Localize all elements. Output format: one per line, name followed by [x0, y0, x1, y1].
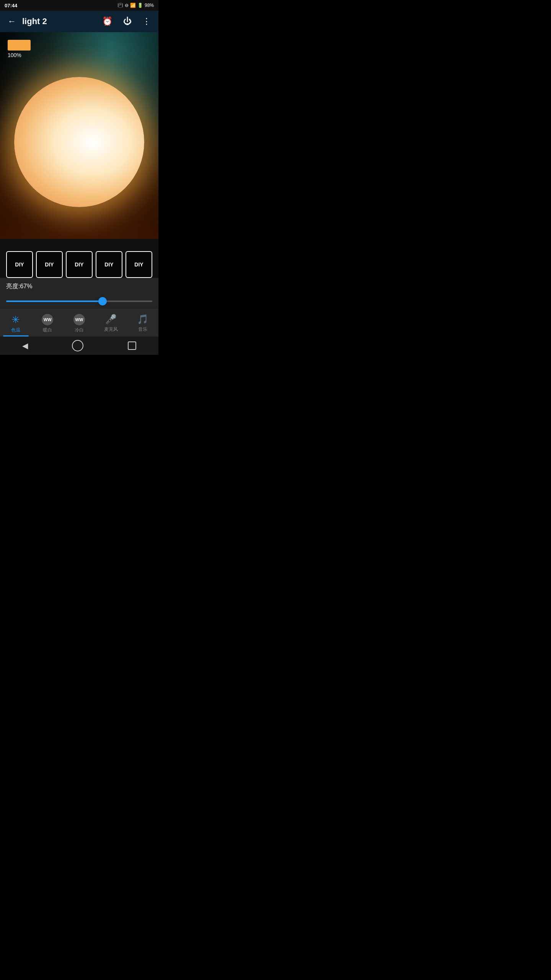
light-circle[interactable] — [14, 77, 144, 207]
tab-microphone-label: 麦克风 — [104, 326, 118, 333]
status-bar: 07:44 📳 ⊖ 📶 🔋 98% — [0, 0, 158, 11]
status-icons: 📳 ⊖ 📶 🔋 98% — [117, 3, 154, 8]
tab-music[interactable]: 🎵 音乐 — [127, 312, 158, 335]
tab-music-label: 音乐 — [138, 326, 147, 333]
brightness-section: 亮度:67% — [0, 278, 158, 309]
status-time: 07:44 — [5, 3, 17, 8]
diy-button-1[interactable]: DIY — [6, 251, 33, 278]
tab-color-temp-label: 色温 — [11, 327, 20, 333]
color-swatch-container: 100% — [8, 40, 31, 58]
app-bar-right: ⏰ ⏻ ⋮ — [101, 15, 152, 28]
tab-warm-white-label: 暖白 — [43, 327, 52, 333]
sun-icon: ✳ — [10, 314, 21, 325]
music-icon: 🎵 — [137, 314, 148, 325]
schedule-button[interactable]: ⏰ — [101, 15, 114, 28]
tab-warm-white[interactable]: WW 暖白 — [32, 312, 64, 335]
diy-button-5[interactable]: DIY — [126, 251, 152, 278]
tab-color-temp[interactable]: ✳ 色温 — [0, 312, 32, 335]
ww-icon-coolwhite: WW — [73, 314, 85, 325]
tab-microphone[interactable]: 🎤 麦克风 — [95, 312, 127, 335]
microphone-icon: 🎤 — [105, 314, 117, 325]
color-swatch[interactable] — [8, 40, 31, 51]
battery-percent: 98% — [145, 3, 154, 8]
app-bar: ← light 2 ⏰ ⏻ ⋮ — [0, 11, 158, 32]
brightness-slider-container[interactable] — [6, 294, 152, 309]
app-title: light 2 — [22, 16, 47, 26]
light-visual-area[interactable]: 100% — [0, 32, 158, 239]
diy-button-4[interactable]: DIY — [96, 251, 122, 278]
tab-cool-white-label: 冷白 — [75, 327, 84, 333]
nav-bar: ◀ — [0, 336, 158, 355]
battery-icon: 🔋 — [137, 3, 143, 8]
wifi-icon: 📶 — [130, 3, 136, 8]
vibrate-icon: 📳 — [117, 3, 123, 8]
power-button[interactable]: ⏻ — [122, 15, 133, 28]
nav-home-button[interactable] — [72, 340, 83, 351]
ww-icon-warmwhite: WW — [42, 314, 53, 325]
diy-button-2[interactable]: DIY — [36, 251, 63, 278]
tab-cool-white[interactable]: WW 冷白 — [64, 312, 95, 335]
brightness-slider[interactable] — [6, 301, 152, 302]
diy-buttons-row: DIY DIY DIY DIY DIY — [0, 251, 158, 278]
color-percent: 100% — [8, 52, 31, 58]
more-options-button[interactable]: ⋮ — [141, 15, 152, 28]
nav-back-button[interactable]: ◀ — [22, 341, 28, 350]
nav-recents-button[interactable] — [128, 341, 136, 350]
brightness-label: 亮度:67% — [6, 283, 152, 291]
app-bar-left: ← light 2 — [6, 15, 47, 28]
signal-icon: ⊖ — [125, 3, 129, 8]
back-button[interactable]: ← — [6, 15, 18, 28]
tab-bar: ✳ 色温 WW 暖白 WW 冷白 🎤 麦克风 🎵 音乐 — [0, 309, 158, 336]
diy-button-3[interactable]: DIY — [66, 251, 93, 278]
